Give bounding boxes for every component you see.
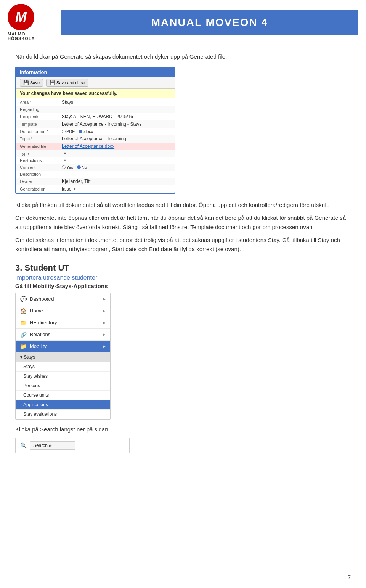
- sidebar-item-left: 🏠 Home: [20, 308, 43, 314]
- field-label: Topic *: [16, 135, 58, 143]
- header-title: MANUAL MOVEON 4: [151, 16, 268, 28]
- generated-file-value: Letter of Acceptance.docx: [58, 143, 175, 150]
- generated-on-dropdown: false ▼: [62, 186, 171, 192]
- docx-radio: [79, 130, 82, 133]
- search-bar[interactable]: Search &: [30, 441, 75, 450]
- section-instruction: Gå till Mobility-Stays-Applications: [15, 283, 351, 289]
- chevron-right-icon: ▶: [103, 309, 106, 313]
- submenu-header: ▾ Stays: [16, 352, 110, 362]
- type-dropdown: ▼: [62, 152, 171, 155]
- search-instruction: Klicka på Search längst ner på sidan: [15, 425, 351, 434]
- generated-file-label: Generated file: [16, 143, 58, 150]
- field-value: false ▼: [58, 185, 175, 193]
- field-value: Letter of Acceptance - Incoming -: [58, 135, 175, 143]
- header-title-box: MANUAL MOVEON 4: [61, 10, 358, 35]
- table-row: Output format * PDF .docx: [16, 128, 175, 135]
- page-header: M MALMÖ HÖGSKOLA MANUAL MOVEON 4: [0, 0, 366, 45]
- sidebar-item-mobility[interactable]: 📁 Mobility ▶: [16, 341, 110, 352]
- home-icon: 🏠: [20, 308, 27, 314]
- search-icon: 🔍: [20, 442, 27, 449]
- field-value: Kjellander, Titti: [58, 178, 175, 185]
- sidebar-item-label: HE directory: [30, 320, 57, 325]
- field-label: Area *: [16, 98, 58, 106]
- submenu-item-stay-wishes[interactable]: Stay wishes: [16, 372, 110, 381]
- sidebar-item-label: Mobility: [30, 343, 47, 349]
- submenu-item-stays[interactable]: Stays: [16, 362, 110, 372]
- field-value: ▼: [58, 150, 175, 157]
- field-label: Owner: [16, 178, 58, 185]
- table-row: Description: [16, 171, 175, 178]
- section-number: 3. Student UT: [15, 263, 351, 273]
- save-close-label: Save and close: [56, 80, 85, 85]
- main-content: När du klickar på Generate så skapas dok…: [0, 49, 366, 461]
- save-label: Save: [30, 80, 40, 85]
- save-button[interactable]: 💾 Save: [20, 79, 43, 87]
- generated-on-value: false: [62, 186, 71, 192]
- sidebar-item-label: Dashboard: [30, 296, 54, 302]
- folder-icon: 📁: [20, 320, 27, 326]
- paragraph-1: Klicka på länken till dokumentet så att …: [15, 200, 351, 210]
- search-screenshot: 🔍 Search &: [15, 438, 130, 453]
- table-row: Consent Yes No: [16, 164, 175, 171]
- intro-text: När du klickar på Generate så skapas dok…: [15, 53, 351, 61]
- sidebar-item-left: 💬 Dashboard: [20, 296, 54, 302]
- table-row: Recipients Stay: AITKEN, EDWARD - 2015/1…: [16, 113, 175, 120]
- field-value: ▼: [58, 157, 175, 164]
- table-row: Area * Stays: [16, 98, 175, 106]
- chevron-right-icon: ▶: [103, 320, 106, 325]
- pdf-option: PDF: [62, 129, 75, 134]
- logo-letter: M: [15, 9, 27, 25]
- table-row: Generated on false ▼: [16, 185, 175, 193]
- yes-option: Yes: [62, 165, 73, 170]
- sidebar-item-label: Relations: [30, 332, 50, 337]
- sidebar-item-he-directory[interactable]: 📁 HE directory ▶: [16, 317, 110, 329]
- submenu-item-stay-evaluations[interactable]: Stay evaluations: [16, 410, 110, 419]
- table-row: Restrictions ▼: [16, 157, 175, 164]
- submenu-item-course-units[interactable]: Course units: [16, 391, 110, 400]
- paragraph-3: Om det saknas information i dokumentet b…: [15, 236, 351, 254]
- chevron-down-icon: ▼: [63, 152, 67, 155]
- sidebar-item-left: 📁 Mobility: [20, 343, 47, 349]
- generated-file-link[interactable]: Letter of Acceptance.docx: [62, 144, 114, 149]
- logo-circle: M: [8, 4, 34, 30]
- table-row: Regarding: [16, 106, 175, 113]
- field-value: Stay: AITKEN, EDWARD - 2015/16: [58, 113, 175, 120]
- table-row: Topic * Letter of Acceptance - Incoming …: [16, 135, 175, 143]
- field-value: [58, 106, 175, 113]
- save-close-icon: 💾: [50, 80, 55, 85]
- submenu-header-label: ▾ Stays: [20, 354, 35, 360]
- sidebar-item-home[interactable]: 🏠 Home ▶: [16, 305, 110, 317]
- success-bar: Your changes have been saved successfull…: [16, 89, 175, 98]
- no-option: No: [77, 165, 87, 170]
- sidebar-item-relations[interactable]: 🔗 Relations ▶: [16, 329, 110, 341]
- field-label: Type: [16, 150, 58, 157]
- chevron-right-icon: ▶: [103, 332, 106, 336]
- radio-group: PDF .docx: [62, 129, 171, 134]
- field-label: Recipients: [16, 113, 58, 120]
- sidebar-item-left: 📁 HE directory: [20, 320, 57, 326]
- info-screenshot: Information 💾 Save 💾 Save and close Your…: [15, 67, 175, 194]
- field-label: Generated on: [16, 185, 58, 193]
- field-value: [58, 171, 175, 178]
- save-close-button[interactable]: 💾 Save and close: [46, 79, 88, 87]
- field-label: Restrictions: [16, 157, 58, 164]
- table-row: Template * Letter of Acceptance - Incomi…: [16, 120, 175, 128]
- chevron-down-icon: ▼: [63, 159, 67, 162]
- submenu-item-applications[interactable]: Applications: [16, 400, 110, 410]
- chevron-right-icon: ▶: [103, 297, 106, 301]
- submenu-item-persons[interactable]: Persons: [16, 381, 110, 391]
- page-number: 7: [348, 574, 351, 580]
- sidebar-screenshot: 💬 Dashboard ▶ 🏠 Home ▶ 📁 HE directory ▶ …: [15, 293, 111, 420]
- chevron-down-icon: ▼: [73, 187, 76, 191]
- section-subtitle: Importera utresande studenter: [15, 274, 351, 281]
- sidebar-item-label: Home: [30, 308, 43, 314]
- table-row: Owner Kjellander, Titti: [16, 178, 175, 185]
- field-label: Template *: [16, 120, 58, 128]
- info-toolbar: 💾 Save 💾 Save and close: [16, 77, 175, 89]
- sidebar-item-dashboard[interactable]: 💬 Dashboard ▶: [16, 293, 110, 305]
- table-row: Type ▼: [16, 150, 175, 157]
- field-label: Regarding: [16, 106, 58, 113]
- field-label: Consent: [16, 164, 58, 171]
- restrictions-dropdown: ▼: [62, 159, 171, 162]
- form-table: Area * Stays Regarding Recipients Stay: …: [16, 98, 175, 193]
